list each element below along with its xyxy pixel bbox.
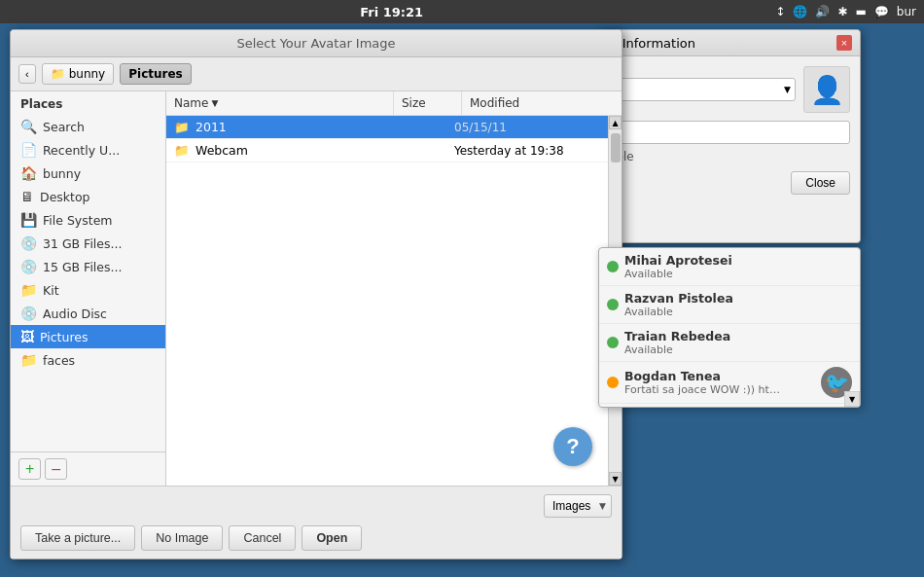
file-date-2011: 05/15/11 bbox=[454, 121, 600, 134]
scroll-thumb[interactable] bbox=[611, 133, 621, 162]
file-list: 📁 2011 05/15/11 📁 Webcam Yesterday at 19… bbox=[166, 116, 608, 486]
sidebar-item-15gb[interactable]: 💿 15 GB Files... bbox=[11, 255, 165, 278]
sidebar-label-faces: faces bbox=[43, 353, 75, 368]
col-header-modified[interactable]: Modified bbox=[462, 91, 608, 115]
open-button[interactable]: Open bbox=[302, 525, 362, 551]
file-list-header: Name ▼ Size Modified bbox=[166, 91, 622, 116]
avatar-placeholder: 👤 bbox=[803, 66, 850, 113]
sidebar-label-pictures: Pictures bbox=[40, 330, 89, 344]
sidebar-label-filesystem: File System bbox=[43, 213, 113, 228]
file-label-webcam: Webcam bbox=[195, 143, 248, 158]
dialog-bottom: Images Take a picture... No Image Cancel… bbox=[11, 486, 622, 559]
file-name-2011: 📁 2011 bbox=[174, 120, 386, 134]
info-select[interactable] bbox=[609, 78, 796, 101]
info-top-row: 👤 bbox=[609, 66, 850, 113]
folder-icon: 📁 bbox=[51, 67, 65, 81]
action-buttons: Take a picture... No Image Cancel Open bbox=[20, 525, 612, 551]
sidebar-item-search[interactable]: 🔍 Search bbox=[11, 115, 165, 138]
sidebar-item-audio[interactable]: 💿 Audio Disc bbox=[11, 302, 165, 325]
sidebar-item-filesystem[interactable]: 💾 File System bbox=[11, 208, 165, 232]
breadcrumb-pictures[interactable]: Pictures bbox=[120, 63, 192, 85]
help-button[interactable]: ? bbox=[553, 427, 592, 466]
filter-wrapper: Images bbox=[544, 494, 612, 518]
sidebar-label-desktop: Desktop bbox=[40, 190, 90, 204]
chat-item-ciprian[interactable]: Ciprian Barbu bbox=[599, 404, 860, 408]
cancel-button[interactable]: Cancel bbox=[229, 525, 296, 551]
back-button[interactable]: ‹ bbox=[18, 64, 36, 84]
filesystem-icon: 💾 bbox=[20, 212, 37, 228]
scroll-down-arrow[interactable]: ▼ bbox=[609, 472, 622, 486]
file-row-webcam[interactable]: 📁 Webcam Yesterday at 19:38 bbox=[166, 139, 608, 162]
chat-item-bogdan[interactable]: Bogdan Tenea Fortati sa joace WOW :)) ht… bbox=[599, 362, 860, 404]
bluetooth-icon[interactable]: ✱ bbox=[837, 5, 847, 18]
file-name-webcam: 📁 Webcam bbox=[174, 143, 386, 158]
chat-name-razvan: Razvan Pistolea bbox=[624, 291, 852, 306]
add-bookmark-button[interactable]: + bbox=[18, 458, 41, 480]
sidebar-scroll: Places 🔍 Search 📄 Recently U... 🏠 bunny … bbox=[11, 91, 165, 451]
taskbar-right: ↕ 🌐 🔊 ✱ ▬ 💬 bur bbox=[775, 5, 916, 18]
info-close-btn[interactable]: Close bbox=[791, 171, 850, 195]
sidebar: Places 🔍 Search 📄 Recently U... 🏠 bunny … bbox=[11, 91, 166, 486]
globe-icon[interactable]: 🌐 bbox=[793, 5, 807, 18]
sidebar-item-pictures[interactable]: 🖼 Pictures bbox=[11, 325, 165, 348]
sidebar-label-31gb: 31 GB Files... bbox=[43, 236, 122, 251]
chat-window: Mihai Aprotesei Available Razvan Pistole… bbox=[598, 247, 861, 408]
chat-status-traian: Available bbox=[624, 343, 780, 356]
chat-msg-bogdan: Fortati sa joace WOW :)) htt... bbox=[624, 383, 780, 396]
audio-icon: 💿 bbox=[20, 306, 37, 321]
take-picture-button[interactable]: Take a picture... bbox=[20, 525, 135, 551]
info-body: 👤 able Close bbox=[599, 56, 860, 181]
sidebar-label-15gb: 15 GB Files... bbox=[43, 260, 122, 274]
col-header-name[interactable]: Name ▼ bbox=[166, 91, 394, 115]
chat-tray-icon[interactable]: 💬 bbox=[874, 5, 889, 18]
network-icon[interactable]: ↕ bbox=[775, 5, 785, 18]
folder-icon-2011: 📁 bbox=[174, 120, 190, 134]
breadcrumb-bunny[interactable]: 📁 bunny bbox=[42, 63, 115, 85]
sidebar-item-31gb[interactable]: 💿 31 GB Files... bbox=[11, 232, 165, 255]
battery-icon[interactable]: ▬ bbox=[855, 5, 866, 18]
chat-info-razvan: Razvan Pistolea Available bbox=[624, 291, 852, 318]
chat-item-traian[interactable]: Traian Rebedea Available bbox=[599, 324, 860, 362]
chat-scroll-down[interactable]: ▼ bbox=[844, 391, 860, 407]
info-select-wrapper bbox=[609, 78, 796, 101]
chat-info-traian: Traian Rebedea Available bbox=[624, 329, 852, 356]
personal-info-dialog: al Information × 👤 able Close bbox=[598, 29, 861, 243]
status-dot-traian bbox=[607, 337, 619, 348]
info-available-label: able bbox=[609, 150, 850, 163]
scroll-up-arrow[interactable]: ▲ bbox=[609, 116, 622, 129]
info-close-button[interactable]: × bbox=[836, 35, 852, 51]
home-icon: 🏠 bbox=[20, 165, 37, 181]
chat-item-razvan[interactable]: Razvan Pistolea Available bbox=[599, 286, 860, 324]
desktop-icon: 🖥 bbox=[20, 189, 34, 204]
sidebar-item-bunny[interactable]: 🏠 bunny bbox=[11, 162, 165, 185]
col-size-label: Size bbox=[402, 96, 426, 110]
chat-status-razvan: Available bbox=[624, 306, 780, 318]
sidebar-item-kit[interactable]: 📁 Kit bbox=[11, 278, 165, 302]
chat-status-mihai: Available bbox=[624, 268, 780, 280]
sidebar-item-recent[interactable]: 📄 Recently U... bbox=[11, 138, 165, 162]
taskbar-clock: Fri 19:21 bbox=[360, 5, 423, 19]
filter-select[interactable]: Images bbox=[544, 494, 612, 518]
file-row-2011[interactable]: 📁 2011 05/15/11 bbox=[166, 116, 608, 139]
status-dot-razvan bbox=[607, 299, 619, 310]
info-name-input[interactable] bbox=[609, 121, 850, 144]
user-silhouette-icon: 👤 bbox=[810, 74, 844, 106]
chat-name-traian: Traian Rebedea bbox=[624, 329, 852, 343]
sidebar-item-faces[interactable]: 📁 faces bbox=[11, 348, 165, 372]
volume-icon[interactable]: 🔊 bbox=[815, 5, 830, 18]
chat-name-mihai: Mihai Aprotesei bbox=[624, 253, 852, 268]
status-dot-bogdan bbox=[607, 377, 619, 388]
col-header-size[interactable]: Size bbox=[394, 91, 462, 115]
taskbar: Fri 19:21 ↕ 🌐 🔊 ✱ ▬ 💬 bur bbox=[0, 0, 924, 23]
dialog-titlebar: Select Your Avatar Image bbox=[11, 30, 622, 57]
chat-info-mihai: Mihai Aprotesei Available bbox=[624, 253, 852, 280]
no-image-button[interactable]: No Image bbox=[141, 525, 223, 551]
avatar-dialog: Select Your Avatar Image ‹ 📁 bunny Pictu… bbox=[10, 29, 622, 559]
user-label: bur bbox=[897, 5, 916, 18]
remove-bookmark-button[interactable]: – bbox=[45, 458, 67, 480]
info-titlebar: al Information × bbox=[599, 30, 860, 56]
chat-item-mihai[interactable]: Mihai Aprotesei Available bbox=[599, 248, 860, 286]
col-name-label: Name bbox=[174, 96, 208, 110]
sidebar-item-desktop[interactable]: 🖥 Desktop bbox=[11, 185, 165, 208]
recent-icon: 📄 bbox=[20, 142, 37, 158]
